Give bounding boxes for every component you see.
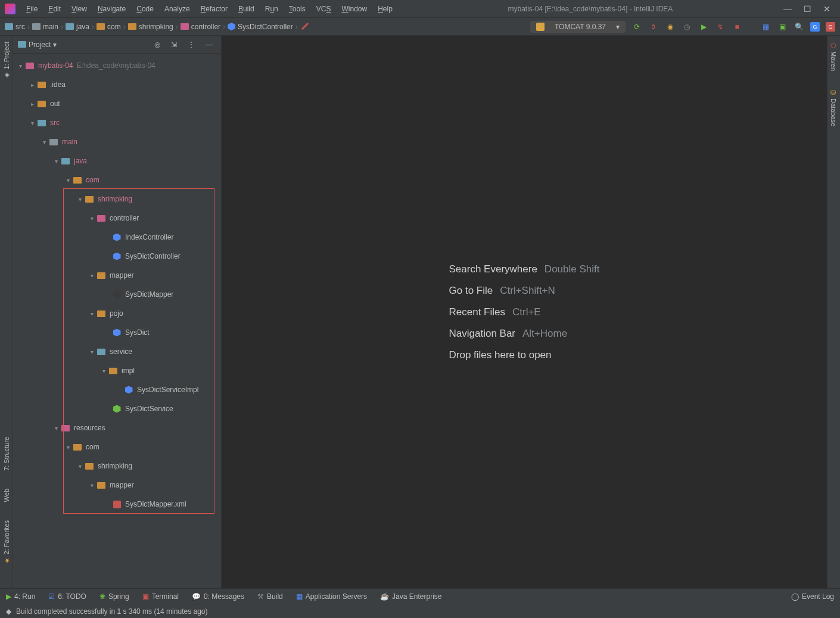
menu-tools[interactable]: Tools bbox=[284, 2, 310, 15]
chevron-down-icon: ▾ bbox=[616, 23, 620, 31]
tool-build[interactable]: ⚒Build bbox=[257, 592, 283, 601]
tree-service[interactable]: ▾service bbox=[13, 342, 221, 361]
breadcrumb-main[interactable]: main bbox=[32, 23, 58, 31]
plugin-icon[interactable]: G bbox=[826, 22, 835, 32]
project-tree[interactable]: ▾mybatis-04E:\idea_code\mybatis-04 ▸.ide… bbox=[13, 54, 221, 588]
terminal-icon[interactable]: ▣ bbox=[777, 21, 788, 32]
tool-todo[interactable]: ☑6: TODO bbox=[48, 592, 86, 601]
coverage-icon[interactable]: ◉ bbox=[665, 21, 676, 32]
tool-spring[interactable]: ❀Spring bbox=[99, 592, 129, 601]
run-config-label: TOMCAT 9.0.37 bbox=[555, 23, 606, 31]
debug-bug-icon[interactable]: ⧮ bbox=[648, 21, 659, 32]
tool-messages[interactable]: 💬0: Messages bbox=[192, 592, 244, 601]
tree-sysdictserviceimpl[interactable]: SysDictServiceImpl bbox=[13, 380, 221, 399]
tree-main[interactable]: ▾main bbox=[13, 132, 221, 151]
folder-icon bbox=[85, 196, 94, 203]
menu-edit[interactable]: Edit bbox=[43, 2, 66, 15]
tool-favorites[interactable]: ★2: Favorites bbox=[2, 520, 10, 564]
menu-run[interactable]: Run bbox=[260, 2, 283, 15]
menu-refactor[interactable]: Refactor bbox=[196, 2, 232, 15]
menu-analyze[interactable]: Analyze bbox=[160, 2, 195, 15]
hint-gotofile: Go to File bbox=[449, 285, 493, 297]
breadcrumb-controller[interactable]: controller bbox=[181, 23, 220, 31]
menu-window[interactable]: Window bbox=[337, 2, 372, 15]
tool-web[interactable]: Web bbox=[3, 489, 10, 502]
tree-sysdictmapperxml[interactable]: SysDictMapper.xml bbox=[13, 495, 221, 514]
tree-pojo[interactable]: ▾pojo bbox=[13, 304, 221, 323]
close-button[interactable]: ✕ bbox=[823, 4, 830, 14]
menu-build[interactable]: Build bbox=[234, 2, 259, 15]
tree-controller[interactable]: ▾controller bbox=[13, 209, 221, 228]
breadcrumb-com[interactable]: com bbox=[97, 23, 121, 31]
tree-com[interactable]: ▾com bbox=[13, 170, 221, 190]
project-view-selector[interactable]: Project ▾ bbox=[18, 41, 57, 49]
run-icon[interactable]: ▶ bbox=[698, 21, 709, 32]
stop-icon[interactable]: ■ bbox=[732, 21, 742, 32]
tree-indexcontroller[interactable]: IndexController bbox=[13, 228, 221, 247]
run-config-selector[interactable]: TOMCAT 9.0.37 ▾ bbox=[530, 21, 626, 33]
tool-maven[interactable]: ⬡ Maven bbox=[830, 42, 838, 71]
tree-idea[interactable]: ▸.idea bbox=[13, 75, 221, 94]
maximize-button[interactable]: ☐ bbox=[804, 4, 811, 14]
right-tool-strip: ⬡ Maven ⛁ Database bbox=[827, 36, 840, 588]
build-icon[interactable] bbox=[300, 21, 311, 32]
settings-icon[interactable]: ⋮ bbox=[184, 39, 198, 50]
tree-shrimpking[interactable]: ▾shrimpking bbox=[13, 190, 221, 209]
welcome-hints: Search EverywhereDouble Shift Go to File… bbox=[449, 254, 600, 371]
locate-icon[interactable]: ◎ bbox=[151, 39, 164, 50]
tool-run[interactable]: ▶4: Run bbox=[6, 592, 35, 601]
menu-file[interactable]: File bbox=[21, 2, 42, 15]
translate-icon[interactable]: G bbox=[810, 22, 820, 32]
tree-res-com[interactable]: ▾com bbox=[13, 437, 221, 456]
tree-sysdictcontroller[interactable]: SysDictController bbox=[13, 247, 221, 266]
window-title: mybatis-04 [E:\idea_code\mybatis-04] - I… bbox=[397, 5, 783, 13]
tool-structure[interactable]: 7: Structure bbox=[3, 437, 10, 471]
class-icon bbox=[125, 386, 133, 394]
collapse-icon[interactable]: ⇲ bbox=[167, 39, 181, 50]
tree-src[interactable]: ▾src bbox=[13, 113, 221, 132]
navigation-bar: src› main› java› com› shrimpking› contro… bbox=[0, 18, 840, 36]
menu-code[interactable]: Code bbox=[132, 2, 158, 15]
minimize-button[interactable]: — bbox=[783, 4, 792, 14]
class-icon bbox=[113, 253, 121, 260]
menu-help[interactable]: Help bbox=[373, 2, 397, 15]
breadcrumb-java[interactable]: java bbox=[66, 23, 89, 31]
folder-icon bbox=[61, 158, 70, 164]
folder-icon bbox=[97, 272, 105, 279]
tree-java[interactable]: ▾java bbox=[13, 151, 221, 170]
tree-sysdict[interactable]: SysDict bbox=[13, 323, 221, 342]
folder-icon bbox=[38, 82, 46, 88]
tool-project[interactable]: ◈1: Project bbox=[2, 42, 10, 79]
tool-eventlog[interactable]: ◯Event Log bbox=[791, 592, 834, 601]
breadcrumb-shrimpking[interactable]: shrimpking bbox=[128, 23, 173, 31]
grid-icon[interactable]: ▦ bbox=[760, 21, 771, 32]
tool-terminal[interactable]: ▣Terminal bbox=[142, 592, 179, 601]
menu-navigate[interactable]: Navigate bbox=[93, 2, 130, 15]
tool-database[interactable]: ⛁ Database bbox=[830, 89, 838, 126]
menu-view[interactable]: View bbox=[67, 2, 92, 15]
search-icon[interactable]: 🔍 bbox=[794, 21, 804, 32]
xml-icon bbox=[113, 501, 121, 508]
breadcrumb-sysdictcontroller[interactable]: SysDictController bbox=[228, 23, 293, 31]
tree-resources[interactable]: ▾resources bbox=[13, 418, 221, 437]
tree-res-mapper[interactable]: ▾mapper bbox=[13, 476, 221, 495]
folder-icon bbox=[73, 444, 82, 451]
tree-mapper[interactable]: ▾mapper bbox=[13, 266, 221, 285]
reload-icon[interactable]: ⟳ bbox=[631, 21, 642, 32]
breadcrumb-src[interactable]: src bbox=[5, 23, 25, 31]
tree-sysdictmapper[interactable]: SysDictMapper bbox=[13, 285, 221, 304]
tool-javaee[interactable]: ☕Java Enterprise bbox=[380, 592, 441, 601]
tree-out[interactable]: ▸out bbox=[13, 94, 221, 113]
profiler-icon[interactable]: ◷ bbox=[682, 21, 692, 32]
folder-icon bbox=[97, 310, 105, 317]
tool-appservers[interactable]: ▦Application Servers bbox=[296, 592, 367, 601]
tree-sysdictservice[interactable]: SysDictService bbox=[13, 399, 221, 418]
attach-debugger-icon[interactable]: ↯ bbox=[715, 21, 726, 32]
stack-icon[interactable]: ◆ bbox=[6, 607, 11, 616]
hide-icon[interactable]: — bbox=[202, 39, 216, 50]
tree-root[interactable]: ▾mybatis-04E:\idea_code\mybatis-04 bbox=[13, 56, 221, 75]
tree-impl[interactable]: ▾impl bbox=[13, 361, 221, 380]
menu-vcs[interactable]: VCS bbox=[312, 2, 336, 15]
editor-area[interactable]: Search EverywhereDouble Shift Go to File… bbox=[222, 36, 827, 588]
tree-res-shrimpking[interactable]: ▾shrimpking bbox=[13, 456, 221, 476]
